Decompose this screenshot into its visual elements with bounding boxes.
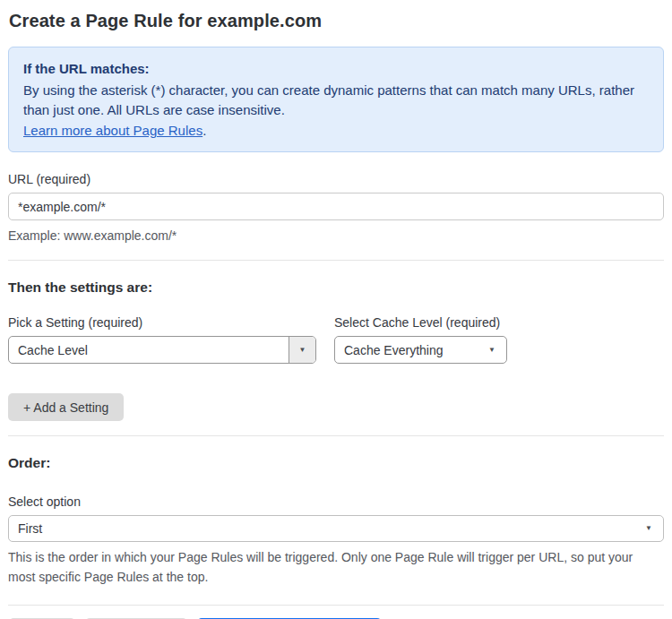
info-link-period: .	[202, 123, 206, 138]
section-divider	[8, 435, 664, 436]
settings-section-heading: Then the settings are:	[8, 279, 664, 296]
order-select[interactable]: First ▼	[8, 515, 664, 542]
add-setting-button[interactable]: + Add a Setting	[8, 393, 124, 421]
learn-more-link[interactable]: Learn more about Page Rules	[23, 123, 202, 138]
cache-level-select[interactable]: Cache Everything ▼	[334, 336, 507, 364]
url-input[interactable]	[8, 193, 664, 220]
cache-level-column: Select Cache Level (required) Cache Ever…	[334, 296, 507, 364]
cache-level-select-value: Cache Everything	[335, 343, 488, 357]
order-select-value: First	[9, 521, 645, 536]
info-box-heading: If the URL matches:	[23, 59, 649, 79]
setting-column: Pick a Setting (required) Cache Level ▼	[8, 296, 316, 364]
setting-select[interactable]: Cache Level ▼	[8, 336, 316, 364]
order-section-heading: Order:	[8, 455, 664, 471]
section-divider	[8, 605, 664, 606]
setting-select-label: Pick a Setting (required)	[8, 315, 316, 330]
chevron-down-icon: ▼	[645, 525, 663, 532]
setting-select-value: Cache Level	[9, 343, 289, 357]
cache-level-select-label: Select Cache Level (required)	[334, 315, 507, 330]
url-match-info-box: If the URL matches: By using the asteris…	[8, 47, 664, 152]
section-divider	[8, 260, 664, 261]
url-field-label: URL (required)	[8, 172, 664, 186]
info-box-body: By using the asterisk (*) character, you…	[23, 81, 649, 120]
info-link-row: Learn more about Page Rules.	[23, 121, 649, 141]
create-page-rule-form: Create a Page Rule for example.com If th…	[0, 0, 672, 619]
page-title: Create a Page Rule for example.com	[9, 11, 664, 31]
chevron-down-icon: ▼	[488, 347, 506, 354]
order-select-label: Select option	[8, 494, 664, 509]
url-field-helper: Example: www.example.com/*	[8, 226, 664, 245]
chevron-down-icon: ▼	[289, 337, 315, 363]
settings-row: Pick a Setting (required) Cache Level ▼ …	[8, 296, 664, 364]
order-helper-text: This is the order in which your Page Rul…	[8, 547, 653, 587]
